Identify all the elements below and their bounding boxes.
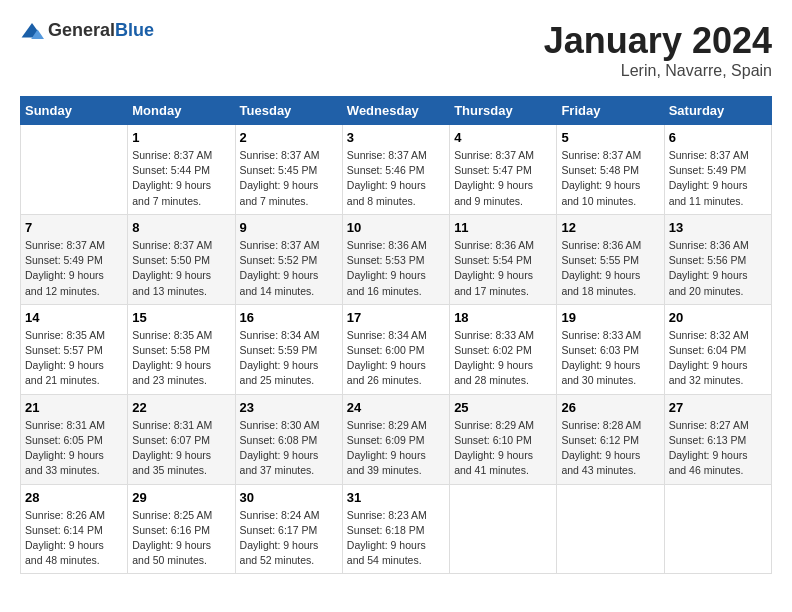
calendar-cell: 21Sunrise: 8:31 AM Sunset: 6:05 PM Dayli…: [21, 394, 128, 484]
calendar-week-row: 14Sunrise: 8:35 AM Sunset: 5:57 PM Dayli…: [21, 304, 772, 394]
day-number: 22: [132, 400, 230, 415]
day-number: 1: [132, 130, 230, 145]
weekday-header: Monday: [128, 97, 235, 125]
calendar-cell: 25Sunrise: 8:29 AM Sunset: 6:10 PM Dayli…: [450, 394, 557, 484]
calendar-cell: 2Sunrise: 8:37 AM Sunset: 5:45 PM Daylig…: [235, 125, 342, 215]
day-info: Sunrise: 8:35 AM Sunset: 5:58 PM Dayligh…: [132, 328, 230, 389]
calendar-table: SundayMondayTuesdayWednesdayThursdayFrid…: [20, 96, 772, 574]
day-number: 5: [561, 130, 659, 145]
day-number: 11: [454, 220, 552, 235]
day-number: 10: [347, 220, 445, 235]
day-info: Sunrise: 8:36 AM Sunset: 5:55 PM Dayligh…: [561, 238, 659, 299]
calendar-cell: 27Sunrise: 8:27 AM Sunset: 6:13 PM Dayli…: [664, 394, 771, 484]
day-number: 16: [240, 310, 338, 325]
page-header: GeneralBlue January 2024 Lerin, Navarre,…: [20, 20, 772, 80]
calendar-cell: 13Sunrise: 8:36 AM Sunset: 5:56 PM Dayli…: [664, 214, 771, 304]
day-number: 7: [25, 220, 123, 235]
day-info: Sunrise: 8:36 AM Sunset: 5:54 PM Dayligh…: [454, 238, 552, 299]
day-number: 17: [347, 310, 445, 325]
calendar-cell: 1Sunrise: 8:37 AM Sunset: 5:44 PM Daylig…: [128, 125, 235, 215]
calendar-cell: 6Sunrise: 8:37 AM Sunset: 5:49 PM Daylig…: [664, 125, 771, 215]
day-number: 6: [669, 130, 767, 145]
day-info: Sunrise: 8:37 AM Sunset: 5:52 PM Dayligh…: [240, 238, 338, 299]
calendar-cell: 7Sunrise: 8:37 AM Sunset: 5:49 PM Daylig…: [21, 214, 128, 304]
calendar-cell: 26Sunrise: 8:28 AM Sunset: 6:12 PM Dayli…: [557, 394, 664, 484]
day-number: 24: [347, 400, 445, 415]
logo: GeneralBlue: [20, 20, 154, 41]
day-info: Sunrise: 8:37 AM Sunset: 5:46 PM Dayligh…: [347, 148, 445, 209]
calendar-cell: 29Sunrise: 8:25 AM Sunset: 6:16 PM Dayli…: [128, 484, 235, 574]
day-number: 26: [561, 400, 659, 415]
calendar-cell: 3Sunrise: 8:37 AM Sunset: 5:46 PM Daylig…: [342, 125, 449, 215]
day-number: 2: [240, 130, 338, 145]
calendar-cell: 19Sunrise: 8:33 AM Sunset: 6:03 PM Dayli…: [557, 304, 664, 394]
day-number: 14: [25, 310, 123, 325]
day-info: Sunrise: 8:37 AM Sunset: 5:47 PM Dayligh…: [454, 148, 552, 209]
day-info: Sunrise: 8:34 AM Sunset: 5:59 PM Dayligh…: [240, 328, 338, 389]
calendar-cell: 22Sunrise: 8:31 AM Sunset: 6:07 PM Dayli…: [128, 394, 235, 484]
calendar-cell: 10Sunrise: 8:36 AM Sunset: 5:53 PM Dayli…: [342, 214, 449, 304]
day-info: Sunrise: 8:36 AM Sunset: 5:53 PM Dayligh…: [347, 238, 445, 299]
day-number: 13: [669, 220, 767, 235]
day-number: 9: [240, 220, 338, 235]
logo-icon: [20, 21, 44, 41]
calendar-cell: [450, 484, 557, 574]
weekday-header: Tuesday: [235, 97, 342, 125]
day-number: 15: [132, 310, 230, 325]
day-info: Sunrise: 8:28 AM Sunset: 6:12 PM Dayligh…: [561, 418, 659, 479]
logo-blue: Blue: [115, 20, 154, 40]
calendar-cell: 8Sunrise: 8:37 AM Sunset: 5:50 PM Daylig…: [128, 214, 235, 304]
day-number: 3: [347, 130, 445, 145]
calendar-cell: [664, 484, 771, 574]
day-number: 29: [132, 490, 230, 505]
day-info: Sunrise: 8:31 AM Sunset: 6:05 PM Dayligh…: [25, 418, 123, 479]
calendar-week-row: 21Sunrise: 8:31 AM Sunset: 6:05 PM Dayli…: [21, 394, 772, 484]
calendar-cell: 15Sunrise: 8:35 AM Sunset: 5:58 PM Dayli…: [128, 304, 235, 394]
weekday-header-row: SundayMondayTuesdayWednesdayThursdayFrid…: [21, 97, 772, 125]
day-info: Sunrise: 8:23 AM Sunset: 6:18 PM Dayligh…: [347, 508, 445, 569]
day-info: Sunrise: 8:37 AM Sunset: 5:44 PM Dayligh…: [132, 148, 230, 209]
calendar-cell: [557, 484, 664, 574]
calendar-week-row: 28Sunrise: 8:26 AM Sunset: 6:14 PM Dayli…: [21, 484, 772, 574]
calendar-cell: 9Sunrise: 8:37 AM Sunset: 5:52 PM Daylig…: [235, 214, 342, 304]
day-info: Sunrise: 8:36 AM Sunset: 5:56 PM Dayligh…: [669, 238, 767, 299]
day-info: Sunrise: 8:33 AM Sunset: 6:02 PM Dayligh…: [454, 328, 552, 389]
calendar-cell: 17Sunrise: 8:34 AM Sunset: 6:00 PM Dayli…: [342, 304, 449, 394]
day-number: 21: [25, 400, 123, 415]
day-number: 4: [454, 130, 552, 145]
day-info: Sunrise: 8:29 AM Sunset: 6:09 PM Dayligh…: [347, 418, 445, 479]
day-number: 8: [132, 220, 230, 235]
calendar-cell: [21, 125, 128, 215]
calendar-cell: 28Sunrise: 8:26 AM Sunset: 6:14 PM Dayli…: [21, 484, 128, 574]
location-title: Lerin, Navarre, Spain: [544, 62, 772, 80]
day-info: Sunrise: 8:30 AM Sunset: 6:08 PM Dayligh…: [240, 418, 338, 479]
day-info: Sunrise: 8:27 AM Sunset: 6:13 PM Dayligh…: [669, 418, 767, 479]
calendar-cell: 5Sunrise: 8:37 AM Sunset: 5:48 PM Daylig…: [557, 125, 664, 215]
day-info: Sunrise: 8:32 AM Sunset: 6:04 PM Dayligh…: [669, 328, 767, 389]
day-number: 19: [561, 310, 659, 325]
calendar-cell: 4Sunrise: 8:37 AM Sunset: 5:47 PM Daylig…: [450, 125, 557, 215]
calendar-cell: 14Sunrise: 8:35 AM Sunset: 5:57 PM Dayli…: [21, 304, 128, 394]
calendar-cell: 11Sunrise: 8:36 AM Sunset: 5:54 PM Dayli…: [450, 214, 557, 304]
day-info: Sunrise: 8:35 AM Sunset: 5:57 PM Dayligh…: [25, 328, 123, 389]
day-number: 12: [561, 220, 659, 235]
weekday-header: Sunday: [21, 97, 128, 125]
weekday-header: Saturday: [664, 97, 771, 125]
calendar-cell: 24Sunrise: 8:29 AM Sunset: 6:09 PM Dayli…: [342, 394, 449, 484]
day-info: Sunrise: 8:34 AM Sunset: 6:00 PM Dayligh…: [347, 328, 445, 389]
calendar-week-row: 1Sunrise: 8:37 AM Sunset: 5:44 PM Daylig…: [21, 125, 772, 215]
day-number: 30: [240, 490, 338, 505]
calendar-week-row: 7Sunrise: 8:37 AM Sunset: 5:49 PM Daylig…: [21, 214, 772, 304]
calendar-cell: 30Sunrise: 8:24 AM Sunset: 6:17 PM Dayli…: [235, 484, 342, 574]
calendar-cell: 16Sunrise: 8:34 AM Sunset: 5:59 PM Dayli…: [235, 304, 342, 394]
calendar-cell: 12Sunrise: 8:36 AM Sunset: 5:55 PM Dayli…: [557, 214, 664, 304]
day-info: Sunrise: 8:37 AM Sunset: 5:45 PM Dayligh…: [240, 148, 338, 209]
day-number: 31: [347, 490, 445, 505]
day-info: Sunrise: 8:37 AM Sunset: 5:50 PM Dayligh…: [132, 238, 230, 299]
day-number: 28: [25, 490, 123, 505]
calendar-cell: 31Sunrise: 8:23 AM Sunset: 6:18 PM Dayli…: [342, 484, 449, 574]
day-info: Sunrise: 8:26 AM Sunset: 6:14 PM Dayligh…: [25, 508, 123, 569]
calendar-cell: 18Sunrise: 8:33 AM Sunset: 6:02 PM Dayli…: [450, 304, 557, 394]
day-number: 18: [454, 310, 552, 325]
day-number: 25: [454, 400, 552, 415]
